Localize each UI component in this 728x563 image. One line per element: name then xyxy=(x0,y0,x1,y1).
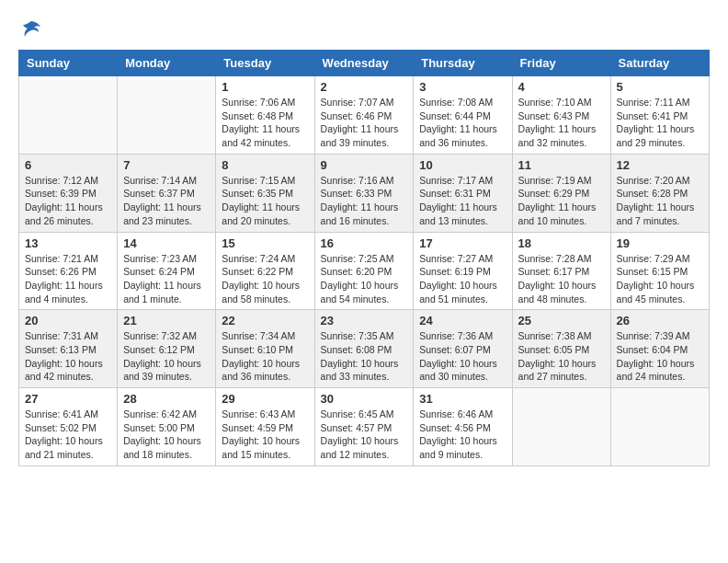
calendar-day-header: Thursday xyxy=(414,51,512,76)
calendar-day-cell: 7Sunrise: 7:14 AM Sunset: 6:37 PM Daylig… xyxy=(118,154,216,232)
calendar-day-cell: 20Sunrise: 7:31 AM Sunset: 6:13 PM Dayli… xyxy=(19,310,118,388)
calendar-day-cell: 14Sunrise: 7:23 AM Sunset: 6:24 PM Dayli… xyxy=(118,232,216,310)
day-number: 8 xyxy=(222,158,308,172)
calendar-week-row: 1Sunrise: 7:06 AM Sunset: 6:48 PM Daylig… xyxy=(19,76,710,155)
calendar-day-cell: 3Sunrise: 7:08 AM Sunset: 6:44 PM Daylig… xyxy=(414,76,512,155)
calendar-day-cell: 2Sunrise: 7:07 AM Sunset: 6:46 PM Daylig… xyxy=(314,76,414,155)
calendar-day-cell: 17Sunrise: 7:27 AM Sunset: 6:19 PM Dayli… xyxy=(414,232,512,310)
day-info: Sunrise: 7:35 AM Sunset: 6:08 PM Dayligh… xyxy=(321,329,408,384)
day-number: 1 xyxy=(222,80,308,94)
calendar-day-header: Tuesday xyxy=(216,51,314,76)
day-number: 24 xyxy=(419,314,506,327)
day-number: 12 xyxy=(617,158,703,172)
day-number: 11 xyxy=(518,158,605,172)
calendar-day-cell: 8Sunrise: 7:15 AM Sunset: 6:35 PM Daylig… xyxy=(216,154,314,232)
day-number: 19 xyxy=(617,236,703,250)
day-number: 27 xyxy=(25,392,111,406)
calendar-day-cell: 12Sunrise: 7:20 AM Sunset: 6:28 PM Dayli… xyxy=(610,154,709,232)
day-info: Sunrise: 7:19 AM Sunset: 6:29 PM Dayligh… xyxy=(518,174,605,228)
calendar-week-row: 20Sunrise: 7:31 AM Sunset: 6:13 PM Dayli… xyxy=(19,310,710,388)
day-info: Sunrise: 7:12 AM Sunset: 6:39 PM Dayligh… xyxy=(25,174,111,228)
calendar-day-cell: 13Sunrise: 7:21 AM Sunset: 6:26 PM Dayli… xyxy=(19,232,118,310)
day-number: 22 xyxy=(222,314,308,327)
calendar-week-row: 13Sunrise: 7:21 AM Sunset: 6:26 PM Dayli… xyxy=(19,232,710,310)
day-number: 15 xyxy=(222,236,308,250)
day-info: Sunrise: 6:45 AM Sunset: 4:57 PM Dayligh… xyxy=(321,408,408,462)
day-info: Sunrise: 7:10 AM Sunset: 6:43 PM Dayligh… xyxy=(518,96,605,150)
calendar-header-row: SundayMondayTuesdayWednesdayThursdayFrid… xyxy=(19,51,710,76)
calendar-day-cell: 24Sunrise: 7:36 AM Sunset: 6:07 PM Dayli… xyxy=(414,310,512,388)
day-number: 20 xyxy=(25,314,111,327)
day-number: 16 xyxy=(321,236,408,250)
day-number: 28 xyxy=(123,392,210,406)
calendar-day-cell: 21Sunrise: 7:32 AM Sunset: 6:12 PM Dayli… xyxy=(118,310,216,388)
day-info: Sunrise: 7:23 AM Sunset: 6:24 PM Dayligh… xyxy=(123,252,210,306)
day-info: Sunrise: 6:43 AM Sunset: 4:59 PM Dayligh… xyxy=(222,408,308,462)
calendar-day-cell: 5Sunrise: 7:11 AM Sunset: 6:41 PM Daylig… xyxy=(610,76,709,155)
day-info: Sunrise: 7:21 AM Sunset: 6:26 PM Dayligh… xyxy=(25,252,111,306)
day-number: 31 xyxy=(419,392,506,406)
calendar-week-row: 6Sunrise: 7:12 AM Sunset: 6:39 PM Daylig… xyxy=(19,154,710,232)
day-info: Sunrise: 7:14 AM Sunset: 6:37 PM Dayligh… xyxy=(123,174,210,228)
day-info: Sunrise: 7:36 AM Sunset: 6:07 PM Dayligh… xyxy=(419,329,506,384)
calendar-day-cell xyxy=(512,388,610,466)
calendar-day-cell xyxy=(118,76,216,155)
day-number: 18 xyxy=(518,236,605,250)
day-number: 23 xyxy=(321,314,408,327)
page-header xyxy=(18,18,710,40)
day-info: Sunrise: 6:41 AM Sunset: 5:02 PM Dayligh… xyxy=(25,408,111,462)
day-number: 3 xyxy=(419,80,506,94)
day-info: Sunrise: 7:06 AM Sunset: 6:48 PM Dayligh… xyxy=(222,96,308,150)
day-info: Sunrise: 7:28 AM Sunset: 6:17 PM Dayligh… xyxy=(518,252,605,306)
day-number: 26 xyxy=(617,314,703,327)
calendar-day-cell: 10Sunrise: 7:17 AM Sunset: 6:31 PM Dayli… xyxy=(414,154,512,232)
calendar-day-cell: 23Sunrise: 7:35 AM Sunset: 6:08 PM Dayli… xyxy=(314,310,414,388)
day-info: Sunrise: 7:34 AM Sunset: 6:10 PM Dayligh… xyxy=(222,329,308,384)
calendar-table: SundayMondayTuesdayWednesdayThursdayFrid… xyxy=(18,50,710,466)
calendar-day-cell: 18Sunrise: 7:28 AM Sunset: 6:17 PM Dayli… xyxy=(512,232,610,310)
day-number: 10 xyxy=(419,158,506,172)
calendar-day-cell: 26Sunrise: 7:39 AM Sunset: 6:04 PM Dayli… xyxy=(610,310,709,388)
calendar-day-cell: 6Sunrise: 7:12 AM Sunset: 6:39 PM Daylig… xyxy=(19,154,118,232)
calendar-day-header: Friday xyxy=(512,51,610,76)
calendar-day-cell: 4Sunrise: 7:10 AM Sunset: 6:43 PM Daylig… xyxy=(512,76,610,155)
calendar-day-cell: 15Sunrise: 7:24 AM Sunset: 6:22 PM Dayli… xyxy=(216,232,314,310)
day-info: Sunrise: 7:11 AM Sunset: 6:41 PM Dayligh… xyxy=(617,96,703,150)
day-info: Sunrise: 7:29 AM Sunset: 6:15 PM Dayligh… xyxy=(617,252,703,306)
logo xyxy=(18,18,42,40)
day-number: 2 xyxy=(321,80,408,94)
calendar-day-header: Wednesday xyxy=(314,51,414,76)
day-info: Sunrise: 7:39 AM Sunset: 6:04 PM Dayligh… xyxy=(617,329,703,384)
day-number: 29 xyxy=(222,392,308,406)
calendar-day-header: Sunday xyxy=(19,51,118,76)
calendar-day-cell: 31Sunrise: 6:46 AM Sunset: 4:56 PM Dayli… xyxy=(414,388,512,466)
day-number: 25 xyxy=(518,314,605,327)
day-info: Sunrise: 7:27 AM Sunset: 6:19 PM Dayligh… xyxy=(419,252,506,306)
day-number: 5 xyxy=(617,80,703,94)
calendar-day-cell: 9Sunrise: 7:16 AM Sunset: 6:33 PM Daylig… xyxy=(314,154,414,232)
day-number: 21 xyxy=(123,314,210,327)
day-info: Sunrise: 7:20 AM Sunset: 6:28 PM Dayligh… xyxy=(617,174,703,228)
calendar-week-row: 27Sunrise: 6:41 AM Sunset: 5:02 PM Dayli… xyxy=(19,388,710,466)
day-info: Sunrise: 7:07 AM Sunset: 6:46 PM Dayligh… xyxy=(321,96,408,150)
day-number: 13 xyxy=(25,236,111,250)
day-number: 17 xyxy=(419,236,506,250)
calendar-day-cell xyxy=(610,388,709,466)
day-number: 30 xyxy=(321,392,408,406)
calendar-day-cell xyxy=(19,76,118,155)
calendar-day-cell: 1Sunrise: 7:06 AM Sunset: 6:48 PM Daylig… xyxy=(216,76,314,155)
logo-bird-icon xyxy=(20,18,42,40)
day-info: Sunrise: 7:24 AM Sunset: 6:22 PM Dayligh… xyxy=(222,252,308,306)
day-info: Sunrise: 7:15 AM Sunset: 6:35 PM Dayligh… xyxy=(222,174,308,228)
day-info: Sunrise: 7:32 AM Sunset: 6:12 PM Dayligh… xyxy=(123,329,210,384)
calendar-day-cell: 29Sunrise: 6:43 AM Sunset: 4:59 PM Dayli… xyxy=(216,388,314,466)
day-info: Sunrise: 7:17 AM Sunset: 6:31 PM Dayligh… xyxy=(419,174,506,228)
calendar-day-header: Saturday xyxy=(610,51,709,76)
day-number: 6 xyxy=(25,158,111,172)
day-info: Sunrise: 7:25 AM Sunset: 6:20 PM Dayligh… xyxy=(321,252,408,306)
day-number: 14 xyxy=(123,236,210,250)
day-number: 9 xyxy=(321,158,408,172)
day-info: Sunrise: 7:16 AM Sunset: 6:33 PM Dayligh… xyxy=(321,174,408,228)
day-info: Sunrise: 7:08 AM Sunset: 6:44 PM Dayligh… xyxy=(419,96,506,150)
calendar-day-cell: 11Sunrise: 7:19 AM Sunset: 6:29 PM Dayli… xyxy=(512,154,610,232)
